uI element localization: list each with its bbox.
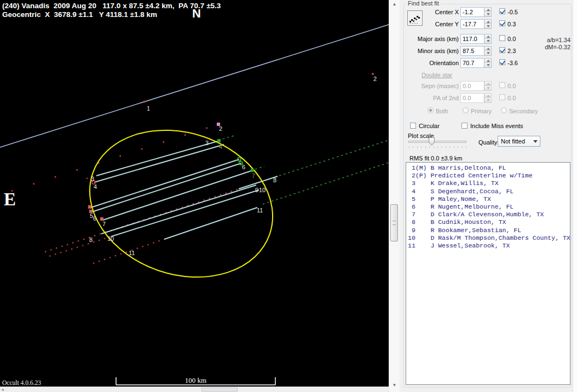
chord-3-end	[217, 139, 221, 142]
orientation-spin-up-icon[interactable]	[484, 59, 491, 63]
include-miss-checkbox[interactable]	[461, 123, 468, 129]
observer-row-6[interactable]: 6 R Nugent,Melbourne, FL	[408, 203, 570, 211]
scroll-down-icon[interactable]: ▼	[389, 381, 400, 390]
rms-fit-label: RMS fit 0.0 ±3.9 km	[409, 155, 463, 162]
observer-row-8[interactable]: 8 B Cudnik,Houston, TX	[408, 218, 570, 226]
observer-row-7[interactable]: 7 D Clark/A Clevenson,Humble, TX	[408, 211, 570, 218]
observer-listbox[interactable]: 1(M) B Harris,Deltona, FL 2(P) Predicted…	[406, 162, 570, 385]
orientation-spin-down-icon[interactable]	[484, 63, 491, 67]
chord-label: 7	[102, 221, 106, 227]
horizontal-scrollbar-thumb[interactable]	[201, 388, 238, 391]
minor-axis-km--adjustment-label: 2.3	[507, 48, 516, 54]
sepn-masec--checkbox	[499, 82, 505, 88]
major-axis-km--checkbox[interactable]	[499, 35, 505, 41]
pa-of-2nd-spinner	[484, 94, 491, 102]
sepn-masec--spin-up-icon	[484, 82, 491, 86]
sepn-masec--adjustment-label: 0.0	[507, 83, 516, 89]
chord-label: 3	[205, 140, 209, 146]
quality-value: Not fitted	[501, 138, 525, 145]
center-y-spin-up-icon[interactable]	[484, 20, 491, 24]
major-axis-km--spin-down-icon[interactable]	[484, 39, 491, 43]
observer-row-11[interactable]: 11 J Wessel,Seabrook, TX	[408, 242, 570, 250]
chord-5	[91, 159, 239, 207]
radio-both	[428, 107, 434, 113]
minor-axis-km--input[interactable]: 87.5	[460, 46, 492, 56]
find-best-fit-panel: Find best fit Center X-1.2-0.5Center Y-1…	[400, 0, 573, 392]
horizontal-scrollbar[interactable]: ◄	[0, 387, 389, 392]
chord-label: 1	[147, 105, 150, 112]
orientation-checkbox[interactable]	[499, 59, 505, 65]
major-axis-km--input[interactable]: 117.0	[460, 34, 492, 44]
slider-tick	[449, 146, 450, 148]
scroll-left-icon[interactable]: ◄	[1, 387, 4, 392]
center-x-input[interactable]: -1.2	[460, 7, 492, 17]
chord-label: 10	[107, 235, 114, 242]
chord-4	[94, 145, 224, 182]
minor-axis-km--checkbox[interactable]	[499, 47, 505, 53]
minor-axis-km--spin-down-icon[interactable]	[484, 51, 491, 55]
quality-dropdown[interactable]: Not fitted	[498, 136, 540, 147]
chord-1-dot	[143, 101, 145, 103]
pa-of-2nd-adjustment-label: 0.0	[507, 95, 516, 101]
observer-row-9[interactable]: 9 R Bookamer,Sebastian, FL	[408, 227, 570, 234]
major-axis-km--spin-up-icon[interactable]	[484, 34, 491, 39]
chord-label: 2	[219, 125, 222, 132]
sepn-masec--input: 0.0	[460, 81, 492, 91]
sky-plot-canvas[interactable]: 12233445667788910101111100 km (240) Vana…	[0, 0, 389, 387]
center-y-spin-down-icon[interactable]	[484, 24, 491, 28]
pa-of-2nd-input: 0.0	[460, 93, 492, 103]
slider-tick	[429, 146, 430, 148]
center-x-checkbox[interactable]	[499, 8, 505, 14]
center-x-spin-up-icon[interactable]	[484, 8, 491, 12]
center-x-spinner	[484, 8, 491, 16]
major-axis-km--value: 117.0	[463, 36, 477, 42]
chord-label: 6	[93, 215, 96, 222]
center-y-label: Center Y	[404, 21, 459, 27]
chord-label: 2	[373, 76, 377, 82]
center-x-adjustment-label: -0.5	[507, 9, 518, 15]
radio-secondary	[501, 107, 507, 113]
orientation-value: 70.7	[463, 60, 474, 66]
center-x-label: Center X	[404, 9, 459, 15]
occult-window: 12233445667788910101111100 km (240) Vana…	[0, 0, 577, 392]
observer-row-1[interactable]: 1(M) B Harris,Deltona, FL	[408, 164, 570, 172]
orientation-label: Orientation	[404, 60, 459, 66]
center-y-adjustment-label: 0.3	[507, 21, 516, 27]
sepn-masec--label: Sepn (masec)	[404, 83, 459, 89]
chord-11-post	[263, 163, 389, 204]
minor-axis-km--label: Minor axis (km)	[404, 48, 459, 54]
orientation-input[interactable]: 70.7	[460, 58, 492, 68]
vertical-scrollbar[interactable]: ▲ ▼	[389, 0, 400, 392]
pa-of-2nd-spin-up-icon	[484, 94, 491, 98]
observer-row-4[interactable]: 4 S Degenhardt,Cocoa, FL	[408, 188, 570, 195]
observer-row-2[interactable]: 2(P) Predicted Centerline w/Time	[408, 172, 570, 180]
chord-3	[96, 141, 220, 176]
major-axis-km--label: Major axis (km)	[404, 36, 459, 42]
groupbox-title: Find best fit	[406, 0, 441, 7]
vertical-scrollbar-thumb[interactable]	[390, 204, 398, 241]
chevron-down-icon[interactable]	[533, 140, 538, 143]
occultation-plot: 12233445667788910101111100 km	[0, 0, 389, 387]
scroll-up-icon[interactable]: ▲	[389, 0, 400, 9]
observer-row-10[interactable]: 10 D Rask/M Thompson,Chambers County, TX	[408, 234, 570, 242]
center-y-checkbox[interactable]	[499, 20, 505, 26]
pa-of-2nd-spin-down-icon	[484, 98, 491, 102]
minor-axis-km--spin-up-icon[interactable]	[484, 47, 491, 51]
window-right-edge	[573, 0, 577, 392]
center-y-spinner	[484, 20, 491, 28]
circular-checkbox[interactable]	[410, 123, 416, 129]
north-direction-label: N	[192, 7, 201, 21]
radio-primary-label: Primary	[471, 108, 492, 114]
center-x-spin-down-icon[interactable]	[484, 12, 491, 16]
slider-tick	[466, 146, 466, 148]
observer-row-3[interactable]: 3 K Drake,Willis, TX	[408, 180, 570, 187]
center-y-input[interactable]: -17.7	[460, 19, 492, 29]
plot-scale-slider-track[interactable]	[408, 141, 466, 143]
plot-scale-slider-ticks	[409, 146, 467, 149]
axis-ratio-label: a/b=1.34	[531, 37, 570, 43]
chord-label: 8	[273, 177, 276, 183]
chord-11	[164, 207, 257, 239]
chord-2-dot	[372, 73, 374, 75]
observer-row-5[interactable]: 5 P Maley,Nome, TX	[408, 195, 570, 203]
slider-tick	[417, 146, 418, 148]
